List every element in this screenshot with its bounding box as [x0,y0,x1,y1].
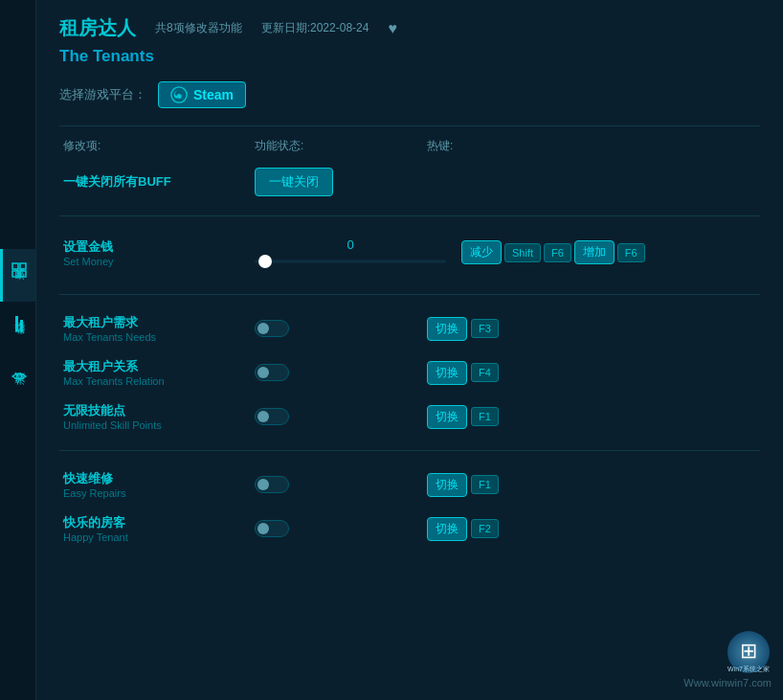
mod-row-close-all-buff: 一键关闭所有BUFF 一键关闭 [59,160,760,204]
favorite-icon[interactable]: ♥ [388,20,397,37]
toggle-hotkey-label-relation[interactable]: 切换 [427,361,467,385]
divider-4 [59,450,760,451]
toggle-hotkey-label-happy[interactable]: 切换 [427,517,467,541]
mod-en-max-tenants-needs: Max Tenants Needs [63,331,255,343]
mod-hotkey-happy-tenant: 切换 F2 [427,517,499,541]
steam-logo-icon [170,86,188,103]
mod-zh-unlimited-skill-points: 无限技能点 [63,402,255,419]
game-icon [11,370,28,386]
toggle-hotkey-label-skill[interactable]: 切换 [427,405,467,429]
svg-rect-1 [20,263,26,269]
mod-zh-easy-repairs: 快速维修 [63,470,255,487]
decrease-button[interactable]: 减少 [461,240,502,264]
svg-rect-0 [12,263,18,269]
mod-zh-max-tenants-needs: 最大租户需求 [63,314,255,331]
sidebar-item-data[interactable]: 数据 [0,302,35,356]
mod-hotkey-easy-repairs: 切换 F1 [427,473,499,497]
header: 租房达人 共8项修改器功能 更新日期:2022-08-24 ♥ [59,15,760,41]
mod-en-set-money: Set Money [63,256,255,267]
col-headers: 修改项: 功能状态: 热键: [59,138,760,154]
close-all-buff-button[interactable]: 一键关闭 [255,168,333,196]
steam-platform-button[interactable]: Steam [158,81,246,108]
mod-name-max-tenants-needs: 最大租户需求 Max Tenants Needs [63,314,255,343]
sidebar-label-data: 数据 [12,339,27,343]
mod-zh-max-tenants-relation: 最大租户关系 [63,358,255,375]
slider-buttons-set-money: 减少 Shift F6 增加 F6 [461,240,645,264]
mod-en-easy-repairs: Easy Repairs [63,487,255,499]
col-header-hotkey: 热键: [427,138,570,154]
toggle-thumb [257,479,269,490]
mod-row-happy-tenant: 快乐的房客 Happy Tenant 切换 F2 [59,507,760,551]
header-meta-date: 更新日期:2022-08-24 [261,20,369,36]
sidebar-item-resources[interactable]: 资源 [0,249,35,302]
svg-rect-3 [20,271,26,277]
app-title: 租房达人 [59,15,136,41]
toggle-thumb [257,323,269,334]
shift-key-label: Shift [504,243,541,262]
mod-name-max-tenants-relation: 最大租户关系 Max Tenants Relation [63,358,255,387]
slider-thumb[interactable] [258,255,272,268]
toggle-thumb [257,367,269,378]
mod-en-max-tenants-relation: Max Tenants Relation [63,375,255,387]
toggle-hotkey-label-needs[interactable]: 切换 [427,317,467,341]
svg-rect-2 [12,271,18,277]
mod-hotkey-max-tenants-relation: 切换 F4 [427,361,499,385]
data-icon [13,315,25,335]
mod-row-max-tenants-relation: 最大租户关系 Max Tenants Relation 切换 F4 [59,350,760,395]
slider-value-set-money: 0 [255,237,446,252]
toggle-hotkey-key-repairs: F1 [471,475,499,494]
toggle-hotkey-key-happy: F2 [471,519,499,538]
mod-name-close-all-buff: 一键关闭所有BUFF [63,173,255,191]
toggle-hotkey-label-repairs[interactable]: 切换 [427,473,467,497]
mod-status-max-tenants-relation [255,364,427,381]
mod-name-easy-repairs: 快速维修 Easy Repairs [63,470,255,499]
slider-set-money[interactable] [255,256,446,267]
toggle-max-tenants-relation[interactable] [255,364,289,381]
sidebar-item-game[interactable]: 游戏 [0,356,35,407]
mod-name-unlimited-skill-points: 无限技能点 Unlimited Skill Points [63,402,255,431]
platform-row: 选择游戏平台： Steam [59,81,760,108]
mod-status-happy-tenant [255,520,427,537]
toggle-hotkey-key-needs: F3 [471,319,499,338]
toggle-hotkey-key-skill: F1 [471,407,499,426]
toggle-easy-repairs[interactable] [255,476,289,493]
divider-2 [59,215,760,216]
mod-en-happy-tenant: Happy Tenant [63,531,255,543]
header-meta-count: 共8项修改器功能 [155,20,242,36]
mod-zh-set-money: 设置金钱 [63,238,255,256]
mod-status-close-all-buff: 一键关闭 [255,168,427,196]
col-header-status: 功能状态: [255,138,427,154]
svg-point-6 [17,374,22,379]
divider-1 [59,125,760,126]
mod-status-max-tenants-needs [255,320,427,337]
increase-button[interactable]: 增加 [574,240,615,264]
sidebar-label-game: 游戏 [12,390,27,394]
mod-zh-close-all-buff: 一键关闭所有BUFF [63,173,255,191]
game-subtitle: The Tenants [59,47,760,66]
svg-rect-4 [15,316,18,331]
mod-status-easy-repairs [255,476,427,493]
steam-btn-label: Steam [193,87,234,102]
svg-rect-5 [20,320,23,331]
mod-row-max-tenants-needs: 最大租户需求 Max Tenants Needs 切换 F3 [59,306,760,350]
mod-hotkey-max-tenants-needs: 切换 F3 [427,317,499,341]
mod-zh-happy-tenant: 快乐的房客 [63,514,255,531]
f6-increase-label: F6 [617,243,645,262]
mod-row-easy-repairs: 快速维修 Easy Repairs 切换 F1 [59,463,760,507]
platform-label: 选择游戏平台： [59,86,146,103]
toggle-happy-tenant[interactable] [255,520,289,537]
sidebar: 资源 数据 游戏 [0,0,36,700]
toggle-max-tenants-needs[interactable] [255,320,289,337]
mod-name-happy-tenant: 快乐的房客 Happy Tenant [63,514,255,543]
divider-3 [59,294,760,295]
slider-track [255,260,446,263]
slider-section-set-money: 设置金钱 Set Money 0 减少 Shift F6 增加 F6 [59,228,760,282]
mod-en-unlimited-skill-points: Unlimited Skill Points [63,419,255,431]
mod-row-unlimited-skill-points: 无限技能点 Unlimited Skill Points 切换 F1 [59,395,760,439]
mod-hotkey-unlimited-skill-points: 切换 F1 [427,405,499,429]
toggle-thumb [257,411,269,422]
resources-icon [11,262,27,281]
svg-point-8 [178,95,181,98]
toggle-thumb [257,523,269,534]
toggle-unlimited-skill-points[interactable] [255,408,289,425]
